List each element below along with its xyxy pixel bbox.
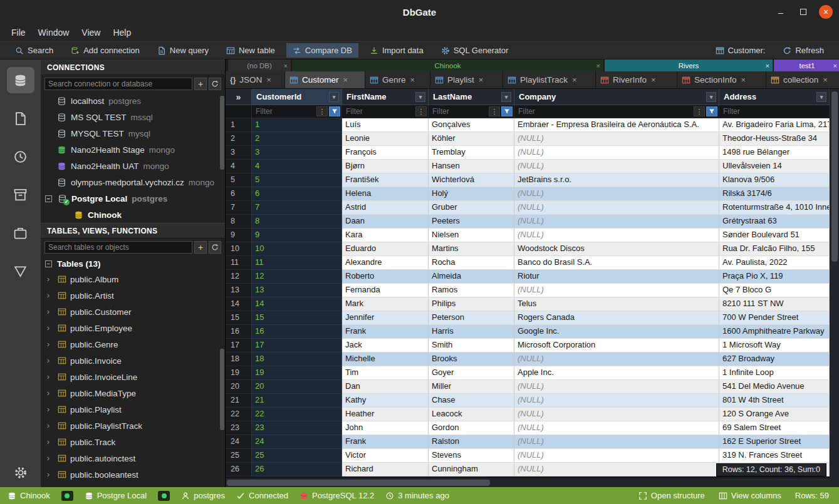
toolbar-sql-generator[interactable]: SQL Generator (435, 43, 515, 58)
grid-cell-company[interactable]: Rogers Canada (514, 311, 719, 325)
connection-nano2health-uat[interactable]: Nano2Health UATmongo (41, 158, 225, 174)
grid-cell-address[interactable]: 69 Salem Street (719, 421, 830, 435)
table-public-employee[interactable]: ›public.Employee (41, 320, 225, 336)
chevron-down-icon[interactable]: ▾ (501, 92, 511, 102)
connection-olympus-medportal-vychozi-cz[interactable]: olympus-medportal.vychozi.czmongo (41, 174, 225, 190)
activity-database[interactable] (7, 67, 34, 93)
grid-cell-company[interactable]: Embraer - Empresa Brasileira de Aeronáut… (514, 118, 719, 132)
grid-cell-lastname[interactable]: Gordon (429, 421, 514, 435)
grid-cell-address[interactable]: 1 Microsoft Way (719, 339, 830, 352)
connection-ms-sql-test[interactable]: MS SQL TESTmssql (41, 109, 225, 125)
close-icon[interactable]: × (284, 62, 288, 69)
grid-cell-firstname[interactable]: Victor (342, 449, 429, 463)
tab-customer[interactable]: Customer× (285, 71, 365, 88)
grid-cell-address[interactable]: Av. Paulista, 2022 (719, 256, 830, 270)
grid-cell-address[interactable]: 1498 rue Bélanger (719, 146, 830, 160)
column-header-company[interactable]: Company▾ (514, 89, 719, 105)
grid-cell-address[interactable]: Ullevålsveien 14 (719, 160, 830, 173)
close-icon[interactable]: × (479, 75, 484, 85)
menu-file[interactable]: File (5, 26, 32, 39)
grid-cell-lastname[interactable]: Brooks (429, 352, 514, 366)
close-icon[interactable]: × (572, 75, 577, 85)
funnel-icon[interactable] (329, 106, 340, 116)
connections-scrollbar[interactable] (220, 96, 224, 170)
row-number[interactable]: 22 (226, 408, 252, 421)
row-number[interactable]: 7 (226, 201, 252, 215)
filter-menu-icon[interactable]: ⋮ (489, 106, 500, 116)
chevron-right-icon[interactable]: › (47, 356, 54, 365)
row-number[interactable]: 15 (226, 311, 252, 325)
tab-genre[interactable]: Genre× (365, 71, 430, 88)
menu-help[interactable]: Help (107, 26, 137, 39)
grid-cell-company[interactable]: (NULL) (514, 132, 719, 146)
grid-corner-button[interactable]: » (226, 89, 252, 105)
grid-cell-lastname[interactable]: Nielsen (429, 229, 514, 242)
grid-cell-company[interactable]: Riotur (514, 270, 719, 284)
funnel-icon[interactable] (706, 106, 717, 116)
grid-cell-lastname[interactable]: Rocha (429, 256, 514, 270)
column-header-lastname[interactable]: LastName▾ (429, 89, 514, 105)
grid-cell-address[interactable]: 700 W Pender Street (719, 311, 830, 325)
grid-cell-address[interactable]: Klanova 9/506 (719, 173, 830, 187)
close-icon[interactable]: × (343, 75, 348, 85)
grid-cell-company[interactable]: (NULL) (514, 187, 719, 201)
grid-cell-address[interactable]: Rotenturmstraße 4, 1010 Innere Stadt (719, 201, 830, 215)
grid-cell-lastname[interactable]: Hansen (429, 160, 514, 173)
close-icon[interactable]: × (266, 75, 271, 85)
grid-cell-lastname[interactable]: Harris (429, 325, 514, 339)
grid-cell-company[interactable]: (NULL) (514, 408, 719, 421)
grid-cell-customerid[interactable]: 4 (252, 160, 342, 173)
tab-riverinfo[interactable]: RiverInfo× (596, 71, 677, 88)
close-icon[interactable]: × (651, 75, 656, 85)
grid-cell-firstname[interactable]: Bjørn (342, 160, 429, 173)
grid-cell-customerid[interactable]: 18 (252, 352, 342, 366)
row-number[interactable]: 23 (226, 421, 252, 435)
grid-cell-lastname[interactable]: Goyer (429, 366, 514, 380)
grid-cell-company[interactable]: (NULL) (514, 146, 719, 160)
close-icon[interactable]: × (741, 75, 746, 85)
grid-cell-lastname[interactable]: Cunningham (429, 463, 514, 476)
chevron-right-icon[interactable]: › (47, 324, 54, 332)
table-public-track[interactable]: ›public.Track (41, 434, 225, 450)
scrollbar-thumb[interactable] (227, 480, 490, 486)
grid-cell-lastname[interactable]: Ramos (429, 284, 514, 297)
grid-cell-customerid[interactable]: 8 (252, 215, 342, 229)
toolbar-refresh[interactable]: Refresh (776, 43, 830, 58)
db-group-tab-chinook[interactable]: Chinook× (292, 59, 603, 71)
close-button[interactable]: × (819, 5, 833, 19)
grid-cell-customerid[interactable]: 7 (252, 201, 342, 215)
row-number[interactable]: 13 (226, 284, 252, 297)
grid-cell-company[interactable]: (NULL) (514, 435, 719, 449)
grid-cell-firstname[interactable]: Eduardo (342, 242, 429, 256)
grid-cell-firstname[interactable]: François (342, 146, 429, 160)
refresh-tables-button[interactable] (209, 241, 221, 254)
grid-cell-customerid[interactable]: 5 (252, 173, 342, 187)
activity-plugins[interactable] (7, 220, 34, 246)
grid-cell-company[interactable]: Google Inc. (514, 325, 719, 339)
row-number[interactable]: 17 (226, 339, 252, 352)
toolbar-new-query[interactable]: New query (151, 43, 215, 58)
grid-cell-firstname[interactable]: František (342, 173, 429, 187)
grid-cell-lastname[interactable]: Smith (429, 339, 514, 352)
row-number[interactable]: 4 (226, 160, 252, 173)
grid-cell-company[interactable]: Banco do Brasil S.A. (514, 256, 719, 270)
grid-cell-customerid[interactable]: 17 (252, 339, 342, 352)
grid-cell-customerid[interactable]: 22 (252, 408, 342, 421)
grid-cell-customerid[interactable]: 13 (252, 284, 342, 297)
connections-search-input[interactable] (44, 78, 192, 90)
add-table-small-button[interactable]: + (194, 241, 207, 254)
db-group-tab-rivers[interactable]: Rivers× (605, 59, 773, 71)
grid-cell-firstname[interactable]: Jennifer (342, 311, 429, 325)
database-chinook[interactable]: Chinook (41, 207, 225, 223)
grid-cell-address[interactable]: Praça Pio X, 119 (719, 270, 830, 284)
activity-archive[interactable] (7, 182, 34, 208)
tables-scrollbar[interactable] (220, 349, 224, 430)
filter-firstname[interactable]: Filter⋮ (342, 105, 429, 118)
grid-cell-customerid[interactable]: 2 (252, 132, 342, 146)
activity-filter[interactable] (7, 258, 34, 284)
grid-cell-lastname[interactable]: Ralston (429, 435, 514, 449)
status-chinook[interactable]: Chinook (8, 491, 50, 500)
toolbar-search[interactable]: Search (9, 43, 60, 58)
grid-cell-address[interactable]: Sønder Boulevard 51 (719, 229, 830, 242)
grid-cell-lastname[interactable]: Philips (429, 297, 514, 311)
